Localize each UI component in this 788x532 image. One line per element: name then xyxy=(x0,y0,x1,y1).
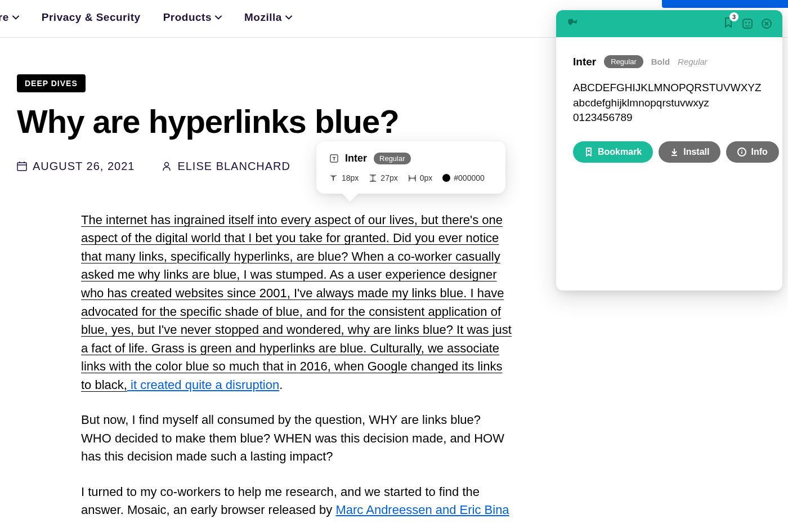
line-height-icon xyxy=(369,174,377,182)
tooltip-letter-spacing: 0px xyxy=(408,173,433,182)
bookmark-icon xyxy=(584,147,593,157)
download-icon xyxy=(670,147,679,157)
font-extension-panel: 3 Inter Regular Bold Regular ABCDEFGHIJK… xyxy=(556,10,782,290)
article: DEEP DIVES Why are hyperlinks blue? AUGU… xyxy=(0,38,529,520)
author-text: ELISE BLANCHARD xyxy=(177,160,290,173)
style-regular-pill[interactable]: Regular xyxy=(604,55,643,68)
article-tag[interactable]: DEEP DIVES xyxy=(17,74,86,92)
paragraph-3: I turned to my co-workers to help me res… xyxy=(81,483,512,520)
tooltip-line-height: 27px xyxy=(369,173,397,182)
sample-uppercase: ABCDEFGHIJKLMNOPQRSTUVWXYZ xyxy=(573,81,765,96)
paragraph-2: But now, I find myself all consumed by t… xyxy=(81,411,512,466)
extension-font-row: Inter Regular Bold Regular xyxy=(573,55,765,68)
svg-point-16 xyxy=(745,22,747,24)
andreessen-bina-link[interactable]: Marc Andreessen and Eric Bina xyxy=(335,503,509,517)
sample-numbers: 0123456789 xyxy=(573,110,765,126)
date-text: AUGUST 26, 2021 xyxy=(33,160,135,173)
paragraph-1-end: . xyxy=(279,378,283,392)
extension-body: Inter Regular Bold Regular ABCDEFGHIJKLM… xyxy=(556,37,782,290)
nav-privacy-security[interactable]: Privacy & Security xyxy=(42,11,141,24)
paragraph-1: The internet has ingrained itself into e… xyxy=(81,211,512,394)
tooltip-font-name: Inter xyxy=(345,153,367,164)
svg-point-26 xyxy=(741,150,742,151)
article-body: The internet has ingrained itself into e… xyxy=(17,211,512,520)
info-icon xyxy=(737,147,746,157)
chevron-down-icon xyxy=(12,15,19,20)
chevron-down-icon xyxy=(285,15,292,20)
color-hex-value: #000000 xyxy=(454,173,485,182)
bookmark-label: Bookmark xyxy=(598,147,642,157)
article-date: AUGUST 26, 2021 xyxy=(17,160,135,173)
extension-logo-icon[interactable] xyxy=(566,17,580,30)
nav-label: Mozilla xyxy=(244,11,282,24)
sample-lowercase: abcdefghijklmnopqrstuvwxyz xyxy=(573,96,765,111)
nav-label: Products xyxy=(163,11,212,24)
disruption-link[interactable]: it created quite a disruption xyxy=(127,378,279,392)
style-bold-option[interactable]: Bold xyxy=(651,57,670,66)
svg-point-17 xyxy=(749,22,750,24)
line-height-value: 27px xyxy=(380,173,397,182)
extension-buttons: Bookmark Install Info xyxy=(573,141,765,163)
install-button[interactable]: Install xyxy=(659,141,720,163)
nav-culture[interactable]: ulture xyxy=(0,11,19,24)
extension-font-name: Inter xyxy=(573,56,596,68)
install-label: Install xyxy=(683,147,709,157)
extension-header: 3 xyxy=(556,10,782,37)
svg-rect-0 xyxy=(17,163,26,171)
font-icon: T xyxy=(330,154,338,163)
svg-text:T: T xyxy=(332,175,335,182)
tooltip-color: #000000 xyxy=(442,173,485,182)
tooltip-font-size: T 18px xyxy=(330,173,359,182)
tooltip-style-badge: Regular xyxy=(374,153,411,164)
bookmark-count-badge: 3 xyxy=(729,12,738,21)
font-sample: ABCDEFGHIJKLMNOPQRSTUVWXYZ abcdefghijklm… xyxy=(573,81,765,126)
top-blue-button-edge[interactable] xyxy=(662,0,788,8)
font-size-icon: T xyxy=(330,174,338,182)
article-author[interactable]: ELISE BLANCHARD xyxy=(162,160,290,173)
font-inspector-tooltip: T Inter Regular T 18px 27px 0px #000000 xyxy=(316,141,505,194)
bookmark-button[interactable]: Bookmark xyxy=(573,141,653,163)
calendar-icon xyxy=(17,161,27,171)
letter-spacing-icon xyxy=(408,174,417,182)
color-swatch xyxy=(442,174,450,182)
font-size-value: 18px xyxy=(342,173,359,182)
close-icon[interactable] xyxy=(761,18,772,29)
person-icon xyxy=(162,161,172,171)
paragraph-1-text: The internet has ingrained itself into e… xyxy=(81,213,512,392)
box-icon[interactable] xyxy=(742,18,753,29)
header-bookmark-button[interactable]: 3 xyxy=(723,17,734,30)
article-title: Why are hyperlinks blue? xyxy=(17,104,512,140)
letter-spacing-value: 0px xyxy=(420,173,433,182)
nav-label: Privacy & Security xyxy=(42,11,141,24)
svg-rect-15 xyxy=(743,19,752,28)
svg-point-4 xyxy=(165,163,169,167)
info-label: Info xyxy=(751,147,767,157)
nav-products[interactable]: Products xyxy=(163,11,222,24)
chevron-down-icon xyxy=(215,15,222,20)
nav-mozilla[interactable]: Mozilla xyxy=(244,11,292,24)
style-italic-option[interactable]: Regular xyxy=(678,57,708,66)
svg-text:T: T xyxy=(333,156,336,162)
info-button[interactable]: Info xyxy=(726,141,778,163)
nav-label: ulture xyxy=(0,11,9,24)
